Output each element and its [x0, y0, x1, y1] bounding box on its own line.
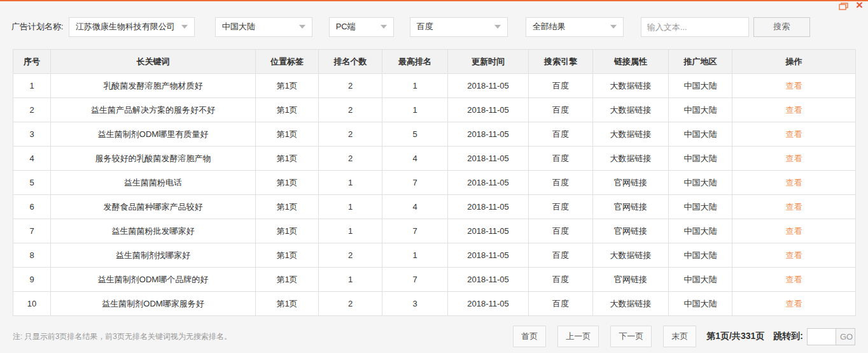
cell-index: 7 — [13, 219, 51, 243]
next-page-button[interactable]: 下一页 — [610, 326, 652, 347]
cell-position-tag: 第1页 — [256, 122, 319, 147]
cell-position-tag: 第1页 — [256, 219, 319, 243]
cell-search-engine: 百度 — [529, 122, 593, 147]
device-select-value: PC端 — [336, 21, 356, 32]
cell-keyword: 益生菌制剂ODM哪里有质量好 — [51, 122, 256, 147]
cell-search-engine: 百度 — [529, 147, 593, 171]
cell-link-attribute: 大数据链接 — [593, 292, 669, 316]
cell-link-attribute: 大数据链接 — [593, 243, 669, 268]
cell-best-rank: 4 — [382, 195, 448, 219]
cell-update-time: 2018-11-05 — [448, 147, 529, 171]
table-row: 6 发酵食品菌种哪家产品较好 第1页 1 4 2018-11-05 百度 官网链… — [13, 195, 856, 219]
header-promo-region: 推广地区 — [669, 50, 732, 74]
close-icon[interactable]: × — [856, 1, 863, 8]
restore-window-icon[interactable] — [839, 1, 848, 13]
header-search-engine: 搜索引擎 — [529, 50, 593, 74]
search-engine-select[interactable]: 百度 — [410, 17, 508, 37]
cell-promo-region: 中国大陆 — [669, 195, 732, 219]
cell-rank-count: 1 — [319, 219, 382, 243]
region-select-value: 中国大陆 — [222, 21, 255, 32]
cell-search-engine: 百度 — [529, 219, 593, 243]
search-input[interactable] — [641, 17, 749, 37]
cell-action: 查看 — [732, 147, 856, 171]
keyword-rank-table: 序号 长关键词 位置标签 排名个数 最高排名 更新时间 搜索引擎 链接属性 推广… — [13, 49, 856, 316]
chevron-down-icon — [610, 25, 617, 29]
cell-action: 查看 — [732, 292, 856, 316]
cell-position-tag: 第1页 — [256, 292, 319, 316]
prev-page-button[interactable]: 上一页 — [557, 326, 599, 347]
cell-link-attribute: 大数据链接 — [593, 147, 669, 171]
cell-keyword: 益生菌产品解决方案的服务好不好 — [51, 98, 256, 122]
go-button[interactable]: GO — [836, 328, 855, 345]
header-actions: 操作 — [732, 50, 856, 74]
table-row: 4 服务较好的乳酸菌发酵溶胞产物 第1页 2 4 2018-11-05 百度 大… — [13, 147, 856, 171]
chevron-down-icon — [299, 25, 305, 29]
table-row: 2 益生菌产品解决方案的服务好不好 第1页 2 1 2018-11-05 百度 … — [13, 98, 856, 122]
plan-select[interactable]: 江苏微康生物科技有限公司 — [69, 17, 195, 37]
cell-update-time: 2018-11-05 — [448, 74, 529, 98]
cell-link-attribute: 官网链接 — [593, 219, 669, 243]
cell-update-time: 2018-11-05 — [448, 243, 529, 268]
search-button[interactable]: 搜索 — [753, 17, 810, 37]
keyword-ranking-page: { "colors": { "accent": "#ed6c35", "link… — [0, 0, 868, 353]
header-keyword: 长关键词 — [51, 50, 256, 74]
cell-rank-count: 2 — [319, 74, 382, 98]
cell-search-engine: 百度 — [529, 171, 593, 195]
view-link[interactable]: 查看 — [786, 129, 802, 139]
view-link[interactable]: 查看 — [786, 178, 802, 187]
table-row: 1 乳酸菌发酵溶胞产物材质好 第1页 2 1 2018-11-05 百度 大数据… — [13, 74, 856, 98]
result-filter-select[interactable]: 全部结果 — [526, 17, 624, 37]
view-link[interactable]: 查看 — [786, 275, 802, 284]
view-link[interactable]: 查看 — [786, 250, 802, 260]
cell-best-rank: 3 — [382, 292, 448, 316]
cell-update-time: 2018-11-05 — [448, 268, 529, 292]
cell-keyword: 乳酸菌发酵溶胞产物材质好 — [51, 74, 256, 98]
result-filter-select-value: 全部结果 — [533, 21, 566, 32]
cell-promo-region: 中国大陆 — [669, 122, 732, 147]
header-best-rank: 最高排名 — [382, 50, 448, 74]
cell-position-tag: 第1页 — [256, 195, 319, 219]
search-engine-select-value: 百度 — [417, 21, 433, 32]
view-link[interactable]: 查看 — [786, 226, 802, 236]
footer: 注: 只显示前3页排名结果，前3页无排名关键词视为无搜索排名。 首页 上一页 下… — [13, 326, 855, 347]
cell-search-engine: 百度 — [529, 98, 593, 122]
cell-keyword: 益生菌制剂找哪家好 — [51, 243, 256, 268]
first-page-button[interactable]: 首页 — [513, 326, 546, 347]
cell-search-engine: 百度 — [529, 74, 593, 98]
cell-keyword: 益生菌制剂ODM哪家服务好 — [51, 292, 256, 316]
region-select[interactable]: 中国大陆 — [215, 17, 312, 37]
cell-promo-region: 中国大陆 — [669, 292, 732, 316]
cell-keyword: 益生菌菌粉批发哪家好 — [51, 219, 256, 243]
cell-update-time: 2018-11-05 — [448, 98, 529, 122]
cell-rank-count: 2 — [319, 147, 382, 171]
cell-rank-count: 2 — [319, 292, 382, 316]
cell-search-engine: 百度 — [529, 268, 593, 292]
window-controls: × — [839, 1, 863, 10]
device-select[interactable]: PC端 — [329, 17, 394, 37]
cell-update-time: 2018-11-05 — [448, 122, 529, 147]
cell-link-attribute: 官网链接 — [593, 171, 669, 195]
last-page-button[interactable]: 末页 — [663, 326, 696, 347]
cell-position-tag: 第1页 — [256, 268, 319, 292]
view-link[interactable]: 查看 — [786, 105, 802, 115]
page-info: 第1页/共331页 — [706, 331, 764, 342]
plan-name-label: 广告计划名称: — [11, 21, 64, 32]
jump-page-input[interactable] — [807, 328, 836, 345]
cell-link-attribute: 官网链接 — [593, 195, 669, 219]
table-row: 9 益生菌制剂ODM哪个品牌的好 第1页 1 7 2018-11-05 百度 官… — [13, 268, 856, 292]
header-link-attribute: 链接属性 — [593, 50, 669, 74]
view-link[interactable]: 查看 — [786, 154, 802, 163]
cell-promo-region: 中国大陆 — [669, 219, 732, 243]
cell-promo-region: 中国大陆 — [669, 74, 732, 98]
cell-action: 查看 — [732, 98, 856, 122]
cell-action: 查看 — [732, 268, 856, 292]
view-link[interactable]: 查看 — [786, 299, 802, 308]
cell-action: 查看 — [732, 219, 856, 243]
cell-index: 5 — [13, 171, 51, 195]
cell-action: 查看 — [732, 243, 856, 268]
cell-action: 查看 — [732, 74, 856, 98]
cell-position-tag: 第1页 — [256, 243, 319, 268]
view-link[interactable]: 查看 — [786, 81, 802, 90]
cell-index: 8 — [13, 243, 51, 268]
view-link[interactable]: 查看 — [786, 202, 802, 212]
